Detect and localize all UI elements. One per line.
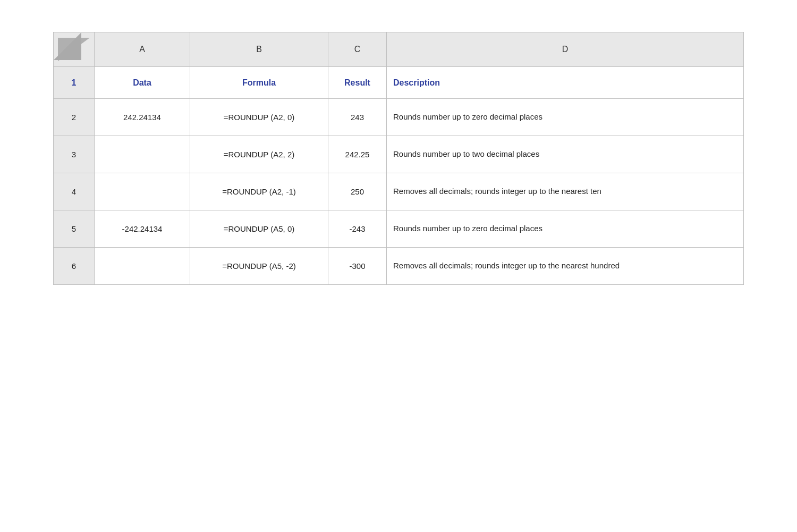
cell-b3: =ROUNDUP (A2, 2) bbox=[190, 136, 328, 173]
cell-b2: =ROUNDUP (A2, 0) bbox=[190, 99, 328, 136]
cell-b5: =ROUNDUP (A5, 0) bbox=[190, 210, 328, 248]
row-6: 6 =ROUNDUP (A5, -2) -300 Removes all dec… bbox=[54, 248, 744, 285]
column-header-row: A B C D bbox=[54, 32, 744, 67]
spreadsheet-table: A B C D 1 Data Formula Result Descriptio… bbox=[53, 32, 744, 285]
row-num-6: 6 bbox=[54, 248, 95, 285]
row-3: 3 =ROUNDUP (A2, 2) 242.25 Rounds number … bbox=[54, 136, 744, 173]
col-header-c: C bbox=[328, 32, 387, 67]
row-num-3: 3 bbox=[54, 136, 95, 173]
cell-d2: Rounds number up to zero decimal places bbox=[387, 99, 744, 136]
col-header-b: B bbox=[190, 32, 328, 67]
cell-d1: Description bbox=[387, 67, 744, 99]
cell-d6: Removes all decimals; rounds integer up … bbox=[387, 248, 744, 285]
cell-c2: 243 bbox=[328, 99, 387, 136]
row-4: 4 =ROUNDUP (A2, -1) 250 Removes all deci… bbox=[54, 173, 744, 210]
cell-c3: 242.25 bbox=[328, 136, 387, 173]
cell-c5: -243 bbox=[328, 210, 387, 248]
cell-a2: 242.24134 bbox=[95, 99, 190, 136]
row-num-1: 1 bbox=[54, 67, 95, 99]
cell-b6: =ROUNDUP (A5, -2) bbox=[190, 248, 328, 285]
cell-c4: 250 bbox=[328, 173, 387, 210]
col-header-a: A bbox=[95, 32, 190, 67]
cell-a5: -242.24134 bbox=[95, 210, 190, 248]
row-num-4: 4 bbox=[54, 173, 95, 210]
row-5: 5 -242.24134 =ROUNDUP (A5, 0) -243 Round… bbox=[54, 210, 744, 248]
cell-d3: Rounds number up to two decimal places bbox=[387, 136, 744, 173]
spreadsheet: A B C D 1 Data Formula Result Descriptio… bbox=[53, 32, 744, 285]
corner-triangle-icon bbox=[58, 38, 90, 61]
cell-a1: Data bbox=[95, 67, 190, 99]
cell-c6: -300 bbox=[328, 248, 387, 285]
cell-d4: Removes all decimals; rounds integer up … bbox=[387, 173, 744, 210]
cell-a4 bbox=[95, 173, 190, 210]
svg-marker-0 bbox=[58, 38, 90, 61]
cell-a3 bbox=[95, 136, 190, 173]
corner-cell bbox=[54, 32, 95, 67]
cell-c1: Result bbox=[328, 67, 387, 99]
cell-b4: =ROUNDUP (A2, -1) bbox=[190, 173, 328, 210]
cell-b1: Formula bbox=[190, 67, 328, 99]
row-num-2: 2 bbox=[54, 99, 95, 136]
cell-a6 bbox=[95, 248, 190, 285]
cell-d5: Rounds number up to zero decimal places bbox=[387, 210, 744, 248]
row-2: 2 242.24134 =ROUNDUP (A2, 0) 243 Rounds … bbox=[54, 99, 744, 136]
col-header-d: D bbox=[387, 32, 744, 67]
row-num-5: 5 bbox=[54, 210, 95, 248]
row-1: 1 Data Formula Result Description bbox=[54, 67, 744, 99]
